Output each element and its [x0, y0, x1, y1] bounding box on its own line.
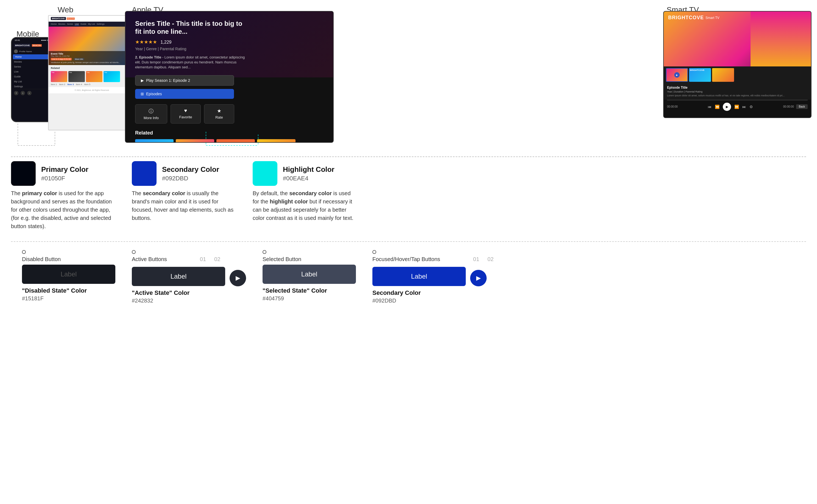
primary-color-name: Primary Color: [41, 165, 88, 174]
mobile-nav-series[interactable]: Series: [12, 64, 54, 69]
web-nav-mylist[interactable]: My List: [88, 23, 95, 26]
stv-settings-icon[interactable]: ⚙: [749, 105, 753, 109]
play-triangle-icon: ▶: [141, 78, 144, 83]
web-nav-movies[interactable]: Movies: [58, 23, 65, 26]
web-item-5: Item 5: [84, 83, 90, 86]
buttons-divider: [11, 241, 806, 242]
active-button[interactable]: Label: [132, 267, 225, 286]
stv-smarttv-label: Smart TV: [706, 16, 719, 20]
web-thumb-title-4: Title: [103, 71, 120, 74]
web-event-title: Event Title: [51, 52, 133, 55]
web-thumb-title-1: Title: [51, 71, 67, 74]
stv-thumb-1[interactable]: ▶: [666, 68, 688, 82]
twitter-icon[interactable]: t: [21, 91, 25, 95]
primary-color-hex: #01050F: [41, 175, 88, 182]
stv-thumb-3[interactable]: [712, 68, 734, 82]
web-thumb-1[interactable]: Title: [51, 71, 67, 82]
secondary-color-name: Secondary Color: [162, 165, 219, 174]
primary-color-desc: The primary color is used for the app ba…: [11, 189, 115, 230]
mobile-logo: BRIGHTCOVE: [14, 44, 31, 47]
appletv-frame: Series Title - This title is too big to …: [125, 11, 334, 143]
selected-state-label: Selected Button: [262, 256, 301, 262]
web-more-info[interactable]: More Info: [74, 58, 84, 60]
facebook-icon[interactable]: f: [14, 91, 18, 95]
web-nav-live[interactable]: Live: [75, 23, 79, 26]
selected-button[interactable]: Label: [262, 265, 356, 284]
stv-thumb-2[interactable]: BRIGHTCOVE: [689, 68, 711, 82]
web-nav-settings[interactable]: Settings: [97, 23, 105, 26]
section-divider: [11, 156, 806, 157]
atv-episodes-button[interactable]: ⊞ Episodes: [135, 89, 234, 99]
disabled-color-hex: #15181F: [22, 295, 44, 302]
selected-indicator: [262, 250, 266, 254]
episodes-icon: ⊞: [141, 92, 144, 96]
stv-time-end: 00:00:00: [783, 105, 794, 108]
focused-indicator: [372, 250, 376, 254]
stv-back-button[interactable]: Back: [796, 104, 808, 109]
stv-thumb2-text: BRIGHTCOVE: [689, 68, 711, 72]
disabled-color-name: "Disabled State" Color: [22, 287, 87, 294]
info-icon: ⓘ: [149, 108, 153, 114]
disabled-state-label: Disabled Button: [22, 256, 61, 262]
instagram-icon[interactable]: i: [27, 91, 32, 95]
web-thumb-2[interactable]: Title: [68, 71, 85, 82]
atv-play-button[interactable]: ▶ Play Season 1: Episode 2: [135, 75, 234, 86]
stv-skip-forward-icon[interactable]: ⏭: [742, 105, 746, 109]
web-nav-series[interactable]: Series: [67, 23, 73, 26]
web-nav-guide[interactable]: Guide: [80, 23, 86, 26]
buttons-section: Disabled Button Label "Disabled State" C…: [11, 250, 806, 304]
focused-button[interactable]: Label: [372, 267, 466, 286]
web-related-label: Related: [49, 65, 135, 71]
mobile-nav-movies[interactable]: Movies: [12, 59, 54, 64]
web-beacon: BEACON: [67, 18, 75, 20]
atv-play-label: Play Season 1: Episode 2: [146, 78, 190, 83]
highlight-color-block: Highlight Color #00EAE4 By default, the …: [253, 161, 357, 222]
focused-num1: 01: [473, 256, 479, 265]
focused-button-group: Focused/Hover/Tap Buttons 01 02 Label ▶ …: [372, 250, 494, 304]
active-num1: 01: [200, 256, 206, 265]
atv-series-title: Series Title - This title is too big to …: [135, 20, 245, 36]
star-icon: ★: [217, 108, 221, 114]
web-label: Web: [58, 5, 73, 14]
atv-rating-count: 1,229: [160, 40, 171, 44]
web-frame: BRIGHTCOVE BEACON Profile ▾ Home Movies …: [48, 15, 136, 130]
web-event-desc: Vestibulum at justo porta lig. Aenean se…: [51, 61, 133, 64]
selected-color-hex: #404759: [262, 295, 284, 302]
atv-rate-button[interactable]: ★ Rate: [204, 104, 234, 124]
mobile-nav-live[interactable]: Live: [12, 69, 54, 74]
web-event-date: Thu, Dec 12, 9:30 PM: [51, 55, 133, 57]
web-thumb-title-2: Title: [68, 71, 85, 74]
stv-rewind-icon[interactable]: ⏪: [715, 105, 720, 109]
stv-play-icon: ▶: [674, 72, 680, 78]
focused-color-hex: #092DBD: [372, 298, 396, 304]
stv-play-button[interactable]: ▶: [723, 103, 731, 111]
atv-episode-desc: 2. Episode Title - Lorem ipsum dolor sit…: [135, 55, 250, 70]
highlight-color-name: Highlight Color: [283, 165, 334, 174]
web-thumb-3[interactable]: Title: [86, 71, 102, 82]
active-color-hex: #242832: [132, 298, 153, 304]
atv-more-info-button[interactable]: ⓘ More Info: [135, 104, 167, 124]
atv-related-label: Related: [135, 130, 323, 136]
atv-favorite-label: Favorite: [179, 115, 192, 119]
web-thumb-4[interactable]: Title: [103, 71, 120, 82]
atv-related-2[interactable]: [176, 139, 214, 143]
mobile-nav-mylist[interactable]: My List: [12, 79, 54, 84]
mobile-nav-guide[interactable]: Guide: [12, 74, 54, 79]
mobile-time: 10:41: [15, 39, 20, 41]
highlight-color-hex: #00EAE4: [283, 175, 334, 182]
stv-episode-desc: Lorem ipsum dolor sit amet, solum musicu…: [667, 94, 808, 97]
stv-forward-icon[interactable]: ⏩: [734, 105, 739, 109]
atv-related-3[interactable]: BRIGHTCOVE: [216, 139, 255, 143]
web-nav-home[interactable]: Home: [51, 23, 57, 26]
active-color-name: "Active State" Color: [132, 289, 189, 296]
mobile-nav-settings[interactable]: Settings: [12, 84, 54, 89]
mobile-nav-home[interactable]: Home: [13, 54, 53, 59]
disabled-button[interactable]: Label: [22, 265, 115, 284]
atv-favorite-button[interactable]: ♥ Favorite: [170, 104, 201, 124]
mobile-profile-name: Profile Name: [19, 50, 32, 53]
stv-skip-back-icon[interactable]: ⏮: [708, 105, 712, 109]
focused-play-circle[interactable]: ▶: [470, 270, 487, 286]
atv-related-4[interactable]: [257, 139, 295, 143]
atv-related-1[interactable]: [135, 139, 173, 143]
active-play-circle[interactable]: ▶: [229, 270, 246, 286]
